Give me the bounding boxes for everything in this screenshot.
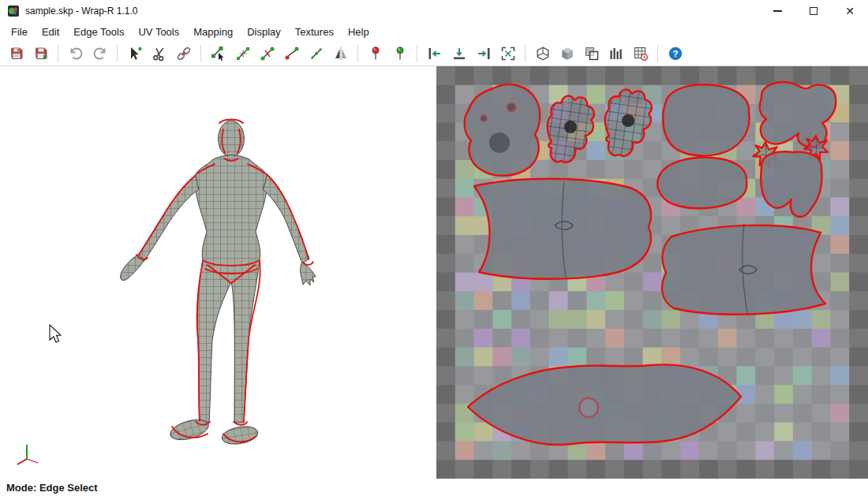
view-uv-overlay-icon <box>584 46 600 62</box>
viewport-3d-canvas[interactable] <box>0 66 436 479</box>
toolbar-separator <box>58 45 58 62</box>
undo-icon <box>68 46 84 62</box>
pin-green-tool-icon <box>392 46 408 62</box>
view-cube-shaded-icon <box>559 46 575 62</box>
view-cube-wire-button[interactable] <box>532 43 553 64</box>
view-stretch-button[interactable] <box>605 43 627 64</box>
unweld-tool-button[interactable] <box>173 43 194 64</box>
menu-edge-tools[interactable]: Edge Tools <box>66 24 131 40</box>
menu-display[interactable]: Display <box>240 24 288 40</box>
edge-cut-tool-icon <box>260 46 275 62</box>
uv-editor-panel[interactable] <box>436 66 868 479</box>
toolbar-separator <box>417 45 417 62</box>
axis-gizmo <box>17 445 38 464</box>
minimize-icon <box>773 10 782 12</box>
window-controls: ✕ <box>759 0 868 22</box>
app-icon <box>7 5 20 17</box>
statusbar: Mode: Edge Select <box>0 479 868 496</box>
pack-fit-button[interactable] <box>497 43 518 64</box>
svg-text:?: ? <box>672 49 678 58</box>
edge-move-tool-icon <box>235 46 251 62</box>
pack-down-button[interactable] <box>448 43 470 64</box>
close-button[interactable]: ✕ <box>832 0 868 22</box>
undo-button[interactable] <box>65 43 86 64</box>
redo-button[interactable] <box>89 43 110 64</box>
menu-help[interactable]: Help <box>341 24 376 40</box>
cut-tool-button[interactable] <box>148 43 170 64</box>
edge-select-tool-icon <box>211 46 226 62</box>
menu-mapping[interactable]: Mapping <box>186 24 240 40</box>
edge-sew-tool-button[interactable] <box>281 43 302 64</box>
view-texture-clock-icon <box>633 46 649 62</box>
edge-cut-tool-button[interactable] <box>256 43 278 64</box>
edge-move-tool-button[interactable] <box>232 43 253 64</box>
model-wireframe <box>121 121 316 446</box>
main-area <box>0 66 868 479</box>
edge-select-tool-button[interactable] <box>208 43 229 64</box>
menu-file[interactable]: File <box>4 24 35 40</box>
view-texture-clock-button[interactable] <box>630 43 651 64</box>
pack-left-button[interactable] <box>424 43 445 64</box>
edge-flow-tool-button[interactable] <box>305 43 327 64</box>
toolbar-separator <box>117 45 118 62</box>
menu-uv-tools[interactable]: UV Tools <box>131 24 186 40</box>
view-cube-wire-icon <box>535 46 551 62</box>
toolbar-separator <box>525 45 526 62</box>
window-title: sample.skp - Wrap-R 1.1.0 <box>25 6 138 17</box>
mouse-cursor <box>50 325 61 342</box>
select-tool-icon <box>127 46 143 62</box>
titlebar: sample.skp - Wrap-R 1.1.0 ✕ <box>0 0 868 22</box>
maximize-icon <box>810 7 817 15</box>
viewport-3d[interactable] <box>0 66 436 479</box>
help-icon: ? <box>668 46 683 62</box>
menubar: FileEditEdge ToolsUV ToolsMappingDisplay… <box>0 22 868 41</box>
pack-down-icon <box>451 46 467 62</box>
pack-fit-icon <box>500 46 516 62</box>
menu-edit[interactable]: Edit <box>35 24 66 40</box>
select-tool-button[interactable] <box>124 43 145 64</box>
redo-icon <box>92 46 108 62</box>
maximize-button[interactable] <box>795 0 832 22</box>
edge-flow-tool-icon <box>309 46 324 62</box>
pin-red-tool-button[interactable] <box>365 43 386 64</box>
uv-island-leg-right[interactable] <box>662 224 825 315</box>
edge-sew-tool-icon <box>284 46 300 62</box>
help-button[interactable]: ? <box>664 43 686 64</box>
save-icon <box>9 46 24 62</box>
pin-green-tool-button[interactable] <box>389 43 410 64</box>
mirror-tool-icon <box>333 46 349 62</box>
uv-island-head[interactable] <box>465 84 541 176</box>
pack-left-icon <box>427 46 443 62</box>
pack-right-icon <box>476 46 492 62</box>
close-icon: ✕ <box>845 6 855 17</box>
pin-red-tool-icon <box>368 46 383 62</box>
uv-island-torso-front[interactable] <box>663 84 749 155</box>
minimize-button[interactable] <box>759 0 795 22</box>
uv-island-arm[interactable] <box>657 158 746 209</box>
toolbar-separator <box>200 45 201 62</box>
mirror-tool-button[interactable] <box>330 43 351 64</box>
view-cube-shaded-button[interactable] <box>556 43 578 64</box>
unweld-tool-icon <box>176 46 192 62</box>
cut-tool-icon <box>152 46 167 62</box>
save-copy-button[interactable] <box>30 43 51 64</box>
save-copy-icon <box>33 46 49 62</box>
uv-island-torso-back[interactable] <box>760 82 836 147</box>
toolbar-separator <box>657 45 658 62</box>
toolbar: ? <box>0 41 868 66</box>
menu-textures[interactable]: Textures <box>288 24 341 40</box>
view-stretch-icon <box>608 46 624 62</box>
toolbar-separator <box>357 45 358 62</box>
mode-label: Mode: Edge Select <box>6 482 98 494</box>
view-uv-overlay-button[interactable] <box>581 43 602 64</box>
uv-editor-canvas[interactable] <box>436 66 868 479</box>
uv-island-leg-left[interactable] <box>474 179 651 279</box>
pack-right-button[interactable] <box>473 43 494 64</box>
save-button[interactable] <box>6 43 27 64</box>
